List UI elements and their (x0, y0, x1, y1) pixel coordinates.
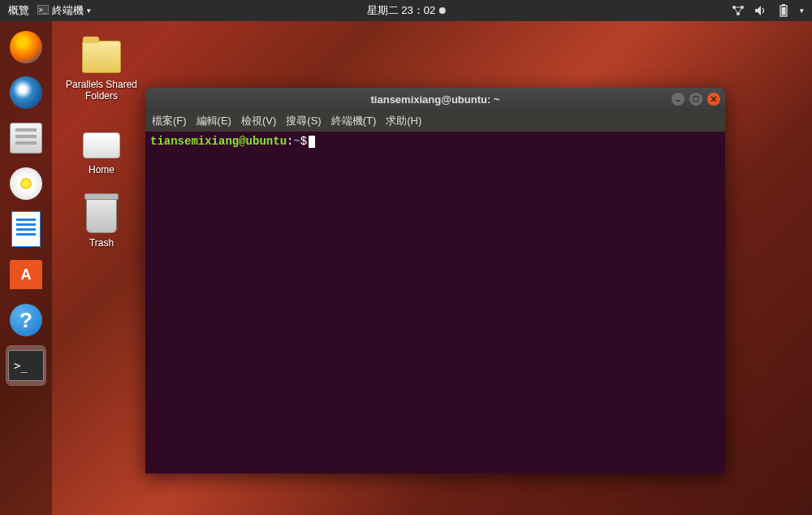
window-title: tiansemixiang@ubuntu: ~ (371, 93, 500, 106)
prompt-symbol: $ (300, 135, 307, 148)
terminal-window[interactable]: tiansemixiang@ubuntu: ~ 檔案(F) 編輯(E) 檢視(V… (145, 88, 725, 474)
terminal-cursor (309, 136, 315, 148)
desktop-icon-label: Parallels Shared Folders (65, 79, 138, 102)
minimize-button[interactable] (672, 93, 685, 106)
menu-view[interactable]: 檢視(V) (241, 114, 276, 128)
shopping-bag-icon (10, 260, 42, 289)
desktop-icons-area: Parallels Shared Folders Home Trash (65, 37, 138, 249)
menu-file[interactable]: 檔案(F) (152, 114, 187, 128)
maximize-button[interactable] (689, 93, 702, 106)
dock-terminal[interactable]: >_ (6, 346, 45, 385)
trash-icon (82, 196, 121, 235)
desktop-icon-label: Home (89, 164, 114, 175)
files-icon (10, 123, 42, 154)
close-button[interactable] (707, 93, 720, 106)
rhythmbox-icon (10, 167, 42, 200)
svg-marker-8 (755, 6, 761, 15)
dock-thunderbird[interactable] (6, 73, 45, 112)
menu-search[interactable]: 搜尋(S) (286, 114, 321, 128)
network-icon[interactable] (732, 4, 745, 17)
dock: ? >_ (0, 21, 52, 515)
top-panel: 概覽 >_ 終端機 ▾ 星期二 23：02 ▾ (0, 0, 812, 21)
system-menu-arrow-icon[interactable]: ▾ (800, 6, 804, 15)
window-titlebar[interactable]: tiansemixiang@ubuntu: ~ (145, 88, 725, 110)
app-menu-label: 終端機 (52, 3, 84, 18)
prompt-user-host: tiansemixiang@ubuntu (150, 135, 287, 148)
terminal-menubar: 檔案(F) 編輯(E) 檢視(V) 搜尋(S) 終端機(T) 求助(H) (145, 110, 725, 132)
desktop-home[interactable]: Home (65, 123, 138, 175)
desktop-parallels-shared-folders[interactable]: Parallels Shared Folders (65, 37, 138, 102)
dock-files[interactable] (6, 119, 45, 158)
volume-icon[interactable] (754, 4, 767, 17)
window-controls (672, 93, 720, 106)
chevron-down-icon: ▾ (87, 6, 91, 15)
dock-rhythmbox[interactable] (6, 164, 45, 203)
menu-terminal[interactable]: 終端機(T) (331, 114, 377, 128)
svg-line-6 (738, 7, 742, 14)
thunderbird-icon (10, 76, 42, 109)
notification-dot-icon (438, 7, 445, 14)
folder-icon (82, 37, 121, 76)
dock-help[interactable]: ? (6, 301, 45, 340)
disk-icon (82, 123, 121, 162)
svg-text:>_: >_ (39, 6, 47, 14)
svg-line-5 (734, 7, 738, 14)
minimize-icon (675, 96, 681, 102)
app-menu[interactable]: >_ 終端機 ▾ (37, 3, 91, 18)
firefox-icon (10, 31, 42, 63)
help-icon: ? (10, 304, 42, 336)
menu-edit[interactable]: 編輯(E) (197, 114, 231, 128)
dock-software[interactable] (6, 255, 45, 294)
svg-rect-13 (693, 97, 698, 102)
terminal-indicator-icon: >_ (37, 5, 49, 17)
close-icon (710, 96, 717, 102)
battery-icon[interactable] (777, 4, 790, 17)
document-icon (11, 211, 41, 247)
prompt-path: ~ (293, 135, 300, 148)
activities-button[interactable]: 概覽 (8, 3, 29, 18)
desktop-icon-label: Trash (89, 237, 114, 249)
terminal-app-icon: >_ (8, 350, 44, 381)
terminal-body[interactable]: tiansemixiang@ubuntu:~$ (145, 132, 725, 474)
dock-firefox[interactable] (6, 28, 45, 67)
dock-libreoffice-writer[interactable] (6, 210, 45, 249)
svg-rect-11 (782, 7, 786, 15)
menu-help[interactable]: 求助(H) (386, 114, 421, 128)
desktop-trash[interactable]: Trash (65, 196, 138, 249)
clock[interactable]: 星期二 23：02 (367, 3, 446, 18)
maximize-icon (693, 96, 699, 102)
